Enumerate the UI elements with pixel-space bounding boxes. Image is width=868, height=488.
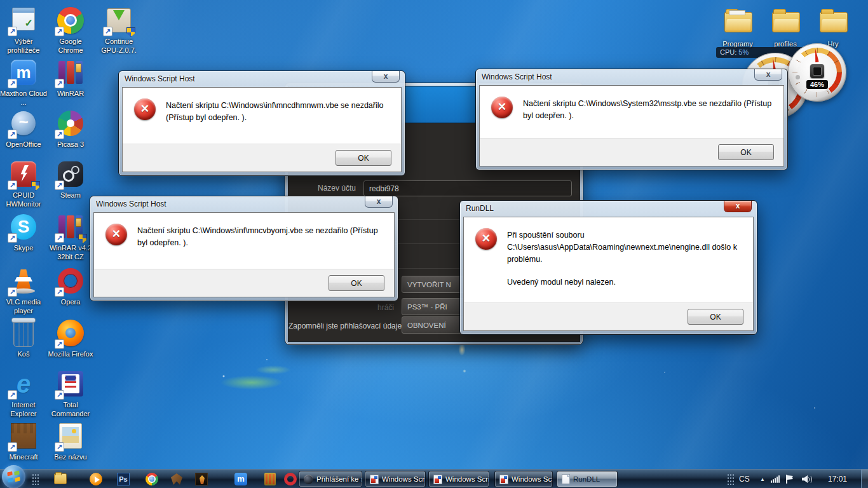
dragon-game-icon: [171, 473, 182, 485]
start-button[interactable]: [2, 465, 25, 488]
shortcut-arrow-icon: ↗: [8, 233, 17, 243]
dialog-message-line2: Uvedený modul nebyl nalezen.: [507, 276, 742, 288]
desktop-icon-minecraft[interactable]: ↗ Minecraft: [0, 421, 47, 462]
quicklaunch-film-reels[interactable]: [263, 472, 277, 486]
ram-chip-icon: [810, 64, 824, 78]
ram-usage-badge: 46%: [806, 80, 828, 89]
desktop-icon-internet-explorer[interactable]: e ↗ Internet Explorer: [0, 369, 47, 419]
desktop-icon-label: Koš: [0, 350, 47, 359]
desktop-icon-total-commander[interactable]: ↗ Total Commander: [47, 369, 94, 419]
dialog-client-area: × Při spouštění souboru C:\Users\asus\Ap…: [463, 217, 754, 331]
vbscript-icon: [433, 475, 442, 484]
quicklaunch-dark-game[interactable]: [194, 472, 208, 486]
gpuz-installer-icon: ↗: [104, 5, 134, 36]
taskbar-button-wsh-2[interactable]: Windows Script ...: [428, 471, 489, 487]
shortcut-arrow-icon: ↗: [8, 390, 17, 400]
network-icon[interactable]: [771, 475, 781, 483]
quicklaunch-opera[interactable]: [283, 472, 297, 486]
quicklaunch-chrome[interactable]: [145, 472, 159, 486]
taskbar-button-psn-signin[interactable]: Přihlášení ke slu...: [299, 471, 362, 487]
film-reels-icon: [264, 473, 276, 485]
quicklaunch-grip[interactable]: [32, 473, 39, 485]
gauge-needle: [813, 48, 820, 63]
desktop-folder-profiles[interactable]: profiles: [762, 8, 809, 49]
quicklaunch-photoshop[interactable]: Ps: [116, 472, 130, 486]
taskbar-button-wsh-1[interactable]: Windows Script ...: [365, 471, 426, 487]
document-icon: [562, 474, 570, 484]
internet-explorer-icon: e ↗: [8, 369, 39, 399]
ok-button[interactable]: OK: [688, 309, 743, 325]
show-desktop-button[interactable]: [861, 470, 868, 488]
ok-button[interactable]: OK: [336, 150, 391, 166]
media-player-icon: [90, 473, 102, 485]
desktop-icon-recycle-bin[interactable]: Koš: [0, 318, 47, 359]
explorer-icon: [54, 473, 67, 484]
dialog-title: Windows Script Host: [90, 196, 398, 212]
desktop-icon-label: Picasa 3: [47, 140, 94, 149]
taskbar-button-wsh-3[interactable]: Windows Script ...: [494, 471, 553, 487]
desktop-icon-maxthon[interactable]: m ↗ Maxthon Cloud ...: [0, 57, 47, 107]
gauge-dot: [796, 75, 800, 79]
volume-icon[interactable]: [802, 475, 812, 484]
minecraft-icon: ↗: [8, 421, 39, 451]
show-hidden-icons-button[interactable]: ▲: [760, 477, 765, 482]
close-icon[interactable]: x: [724, 201, 752, 212]
close-icon[interactable]: x: [365, 196, 393, 208]
quicklaunch-maxthon[interactable]: m: [234, 472, 248, 486]
skype-icon: S ↗: [8, 212, 39, 242]
desktop-icon-gpuz[interactable]: ↗ Continue GPU-Z.0.7.: [95, 5, 142, 55]
desktop-icon-winrar[interactable]: ↗ WinRAR: [47, 57, 94, 98]
close-icon[interactable]: x: [754, 69, 782, 81]
shortcut-arrow-icon: ↗: [55, 287, 64, 297]
dialog-title: Windows Script Host: [476, 69, 787, 85]
ok-button[interactable]: OK: [329, 275, 384, 291]
windows-flag-icon: [7, 471, 20, 482]
ps3-players-label-fragment: hráči: [327, 303, 394, 312]
quicklaunch-media-player[interactable]: [89, 472, 103, 486]
desktop-icon-label: Total Commander: [47, 401, 94, 419]
desktop-icon-steam[interactable]: ↗ Steam: [47, 159, 94, 200]
wsh-dialog-1: Windows Script Host x × Načtení skriptu …: [118, 71, 405, 176]
dialog-message: Načtení skriptu C:\Windows\inf\mncvbyomj…: [137, 224, 383, 258]
picasa-icon: ↗: [55, 108, 86, 139]
desktop-icon-label: Mozilla Firefox: [47, 350, 94, 359]
desktop-folder-programy[interactable]: Programy: [714, 8, 761, 49]
quicklaunch-explorer[interactable]: [53, 472, 67, 486]
action-center-icon[interactable]: [785, 475, 794, 484]
desktop-icon-untitled-image[interactable]: ↗ Bez názvu: [47, 421, 94, 462]
desktop-icon-label: Internet Explorer: [0, 401, 47, 419]
desktop-icon-label: Výběr prohlížeče: [0, 37, 47, 55]
desktop-icon-label: Opera: [47, 298, 94, 307]
language-indicator[interactable]: CS: [739, 475, 750, 484]
desktop-icon-firefox[interactable]: ↗ Mozilla Firefox: [47, 318, 94, 359]
desktop-icon-label: Google Chrome: [47, 37, 94, 55]
desktop-icon-winrar-cz[interactable]: ↗ WinRAR v4.2 32bit CZ: [47, 212, 94, 262]
tray-grip[interactable]: [727, 473, 734, 485]
desktop-icon-skype[interactable]: S ↗ Skype: [0, 212, 47, 253]
rundll-dialog: RunDLL x × Při spouštění souboru C:\User…: [459, 200, 757, 335]
close-icon[interactable]: x: [372, 71, 400, 83]
folder-icon: [818, 8, 848, 38]
shortcut-arrow-icon: ↗: [103, 27, 112, 36]
account-name-input[interactable]: [363, 180, 572, 196]
desktop-icon-vlc[interactable]: ↗ VLC media player: [0, 266, 47, 316]
ok-button[interactable]: OK: [718, 144, 774, 160]
folder-icon: [770, 8, 801, 38]
desktop-icon-browser-choice[interactable]: ✓ ↗ Výběr prohlížeče: [0, 5, 47, 55]
image-file-icon: ↗: [55, 421, 86, 451]
desktop-icon-opera[interactable]: ↗ Opera: [47, 266, 94, 307]
desktop-icon-hwmonitor[interactable]: ↗ CPUID HWMonitor: [0, 159, 47, 209]
quicklaunch-dragon-game[interactable]: [170, 472, 184, 486]
desktop-icon-picasa[interactable]: ↗ Picasa 3: [47, 108, 94, 149]
vlc-icon: ↗: [8, 266, 39, 296]
dialog-message: Načtení skriptu C:\Windows\System32\msst…: [523, 97, 772, 127]
app-sphere-icon: [304, 475, 313, 484]
ram-gauge[interactable]: 46%: [788, 43, 846, 102]
forgot-credentials-label: Zapomněli jste přihlašovací údaje?: [288, 322, 394, 330]
clock[interactable]: 17:01: [828, 475, 847, 484]
desktop-icon-openoffice[interactable]: ↗ OpenOffice: [0, 108, 47, 149]
desktop-icon-google-chrome[interactable]: ↗ Google Chrome: [47, 5, 94, 55]
taskbar-button-rundll[interactable]: RunDLL: [557, 471, 618, 487]
folder-icon: [722, 8, 753, 38]
desktop-icon-label: CPUID HWMonitor: [0, 191, 47, 209]
